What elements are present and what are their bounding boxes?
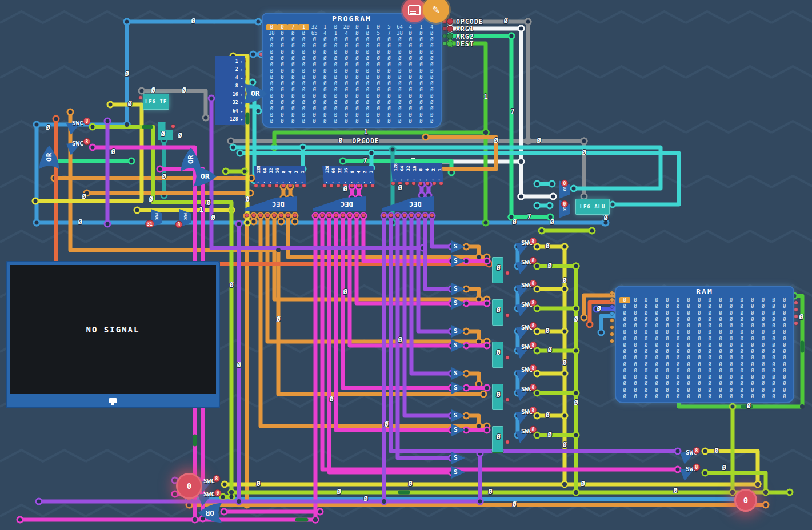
- memory-cell[interactable]: Ø: [630, 374, 641, 380]
- or-gate[interactable]: OR: [37, 142, 62, 169]
- memory-cell[interactable]: Ø: [352, 87, 363, 93]
- memory-cell[interactable]: Ø: [747, 387, 758, 394]
- memory-cell[interactable]: Ø: [373, 24, 384, 30]
- memory-cell[interactable]: Ø: [330, 55, 341, 62]
- memory-cell[interactable]: Ø: [330, 87, 341, 93]
- switch[interactable]: SWC: [198, 490, 223, 506]
- memory-cell[interactable]: Ø: [769, 316, 779, 323]
- mux[interactable]: MUX: [179, 209, 191, 227]
- memory-cell[interactable]: Ø: [426, 87, 437, 93]
- memory-cell[interactable]: Ø: [298, 49, 309, 55]
- byte-register[interactable]: [492, 257, 503, 283]
- memory-cell[interactable]: Ø: [394, 106, 405, 112]
- memory-cell[interactable]: Ø: [416, 62, 427, 68]
- memory-cell[interactable]: Ø: [619, 297, 630, 303]
- memory-cell[interactable]: Ø: [769, 323, 779, 329]
- memory-cell[interactable]: Ø: [266, 37, 277, 43]
- s-gate[interactable]: S: [451, 382, 465, 394]
- memory-cell[interactable]: Ø: [673, 355, 683, 361]
- memory-cell[interactable]: Ø: [405, 30, 416, 37]
- memory-cell[interactable]: Ø: [416, 30, 427, 37]
- memory-cell[interactable]: Ø: [630, 355, 641, 361]
- memory-cell[interactable]: Ø: [779, 303, 790, 310]
- memory-cell[interactable]: Ø: [319, 81, 330, 87]
- memory-cell[interactable]: Ø: [426, 43, 437, 49]
- memory-cell[interactable]: Ø: [662, 355, 673, 361]
- memory-cell[interactable]: Ø: [651, 394, 662, 400]
- memory-cell[interactable]: Ø: [737, 374, 747, 380]
- memory-cell[interactable]: Ø: [715, 368, 726, 374]
- memory-cell[interactable]: Ø: [309, 55, 320, 62]
- memory-cell[interactable]: Ø: [330, 74, 341, 81]
- memory-cell[interactable]: Ø: [641, 355, 651, 361]
- memory-cell[interactable]: Ø: [779, 380, 790, 387]
- memory-cell[interactable]: Ø: [330, 43, 341, 49]
- memory-cell[interactable]: Ø: [662, 362, 673, 368]
- memory-cell[interactable]: Ø: [287, 68, 298, 74]
- memory-cell[interactable]: Ø: [373, 99, 384, 106]
- memory-cell[interactable]: Ø: [747, 329, 758, 335]
- memory-cell[interactable]: Ø: [330, 49, 341, 55]
- memory-cell[interactable]: Ø: [715, 394, 726, 400]
- memory-cell[interactable]: Ø: [341, 87, 352, 93]
- memory-cell[interactable]: 1: [416, 24, 427, 30]
- memory-cell[interactable]: 38: [266, 30, 277, 37]
- s-gate[interactable]: S: [451, 283, 465, 295]
- memory-cell[interactable]: Ø: [673, 342, 683, 348]
- memory-cell[interactable]: Ø: [747, 336, 758, 342]
- memory-cell[interactable]: Ø: [726, 336, 737, 342]
- memory-cell[interactable]: Ø: [683, 380, 694, 387]
- memory-cell[interactable]: Ø: [737, 342, 747, 348]
- memory-cell[interactable]: 65: [309, 30, 320, 37]
- memory-cell[interactable]: Ø: [673, 323, 683, 329]
- memory-cell[interactable]: Ø: [309, 106, 320, 112]
- memory-cell[interactable]: Ø: [309, 112, 320, 118]
- memory-cell[interactable]: Ø: [287, 87, 298, 93]
- memory-cell[interactable]: Ø: [352, 43, 363, 49]
- memory-cell[interactable]: Ø: [298, 118, 309, 125]
- memory-cell[interactable]: Ø: [394, 68, 405, 74]
- memory-cell[interactable]: 4: [405, 24, 416, 30]
- io-row-dest[interactable]: DEST: [447, 40, 474, 47]
- memory-cell[interactable]: Ø: [758, 297, 769, 303]
- memory-cell[interactable]: Ø: [394, 37, 405, 43]
- memory-cell[interactable]: Ø: [683, 297, 694, 303]
- memory-cell[interactable]: Ø: [352, 68, 363, 74]
- memory-cell[interactable]: Ø: [362, 93, 373, 99]
- mux[interactable]: MUX: [559, 200, 570, 218]
- memory-cell[interactable]: Ø: [694, 297, 705, 303]
- memory-cell[interactable]: Ø: [287, 81, 298, 87]
- memory-cell[interactable]: Ø: [694, 355, 705, 361]
- memory-cell[interactable]: Ø: [769, 394, 779, 400]
- memory-cell[interactable]: 2Ø: [341, 24, 352, 30]
- memory-cell[interactable]: Ø: [426, 55, 437, 62]
- s-gate[interactable]: S: [451, 424, 465, 436]
- memory-cell[interactable]: Ø: [341, 55, 352, 62]
- memory-cell[interactable]: Ø: [705, 380, 715, 387]
- memory-cell[interactable]: Ø: [287, 55, 298, 62]
- memory-cell[interactable]: Ø: [362, 74, 373, 81]
- memory-cell[interactable]: Ø: [705, 297, 715, 303]
- memory-cell[interactable]: Ø: [619, 355, 630, 361]
- memory-cell[interactable]: Ø: [319, 112, 330, 118]
- memory-cell[interactable]: Ø: [630, 394, 641, 400]
- byte-splitter-plate[interactable]: 128▾64▾32▾16▾8▾4▾2▾1▾: [322, 166, 375, 184]
- memory-cell[interactable]: Ø: [758, 387, 769, 394]
- memory-cell[interactable]: Ø: [619, 336, 630, 342]
- switch[interactable]: SWC: [515, 323, 541, 339]
- memory-cell[interactable]: Ø: [683, 342, 694, 348]
- memory-cell[interactable]: Ø: [330, 81, 341, 87]
- memory-cell[interactable]: Ø: [737, 355, 747, 361]
- memory-cell[interactable]: Ø: [373, 81, 384, 87]
- memory-cell[interactable]: Ø: [416, 93, 427, 99]
- memory-cell[interactable]: Ø: [683, 368, 694, 374]
- memory-cell[interactable]: Ø: [683, 387, 694, 394]
- memory-cell[interactable]: Ø: [298, 55, 309, 62]
- memory-cell[interactable]: Ø: [352, 99, 363, 106]
- memory-cell[interactable]: 32: [309, 24, 320, 30]
- memory-cell[interactable]: Ø: [747, 380, 758, 387]
- memory-cell[interactable]: Ø: [651, 303, 662, 310]
- memory-cell[interactable]: Ø: [619, 374, 630, 380]
- memory-cell[interactable]: Ø: [309, 87, 320, 93]
- memory-cell[interactable]: Ø: [726, 316, 737, 323]
